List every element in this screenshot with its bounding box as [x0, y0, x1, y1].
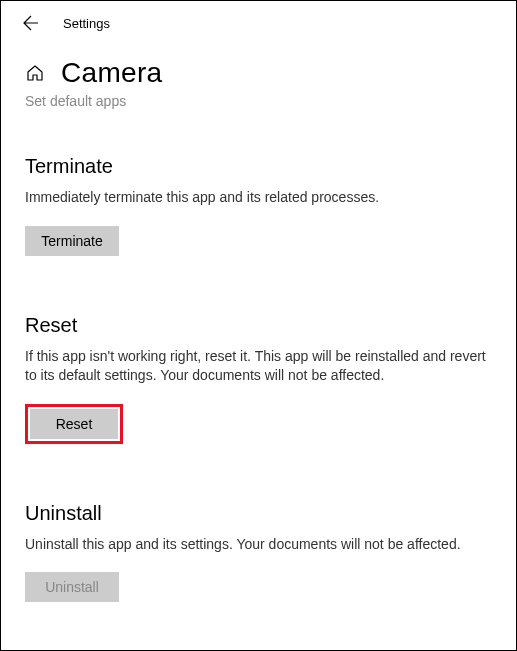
- reset-heading: Reset: [25, 314, 492, 337]
- terminate-section: Terminate Immediately terminate this app…: [25, 155, 492, 256]
- page-subtitle: Set default apps: [25, 93, 492, 109]
- header-title: Settings: [63, 16, 110, 31]
- home-icon: [25, 63, 45, 83]
- arrow-left-icon: [23, 15, 39, 31]
- reset-section: Reset If this app isn't working right, r…: [25, 314, 492, 444]
- terminate-heading: Terminate: [25, 155, 492, 178]
- reset-highlight-box: Reset: [25, 404, 123, 444]
- terminate-desc: Immediately terminate this app and its r…: [25, 188, 492, 208]
- page-title-row: Camera: [25, 57, 492, 89]
- main-content: Camera Set default apps Terminate Immedi…: [1, 39, 516, 602]
- uninstall-button: Uninstall: [25, 572, 119, 602]
- back-button[interactable]: [23, 15, 39, 31]
- uninstall-desc: Uninstall this app and its settings. You…: [25, 535, 492, 555]
- header-bar: Settings: [1, 1, 516, 39]
- terminate-button[interactable]: Terminate: [25, 226, 119, 256]
- reset-button[interactable]: Reset: [30, 409, 118, 439]
- uninstall-heading: Uninstall: [25, 502, 492, 525]
- uninstall-section: Uninstall Uninstall this app and its set…: [25, 502, 492, 603]
- page-title: Camera: [61, 57, 162, 89]
- reset-desc: If this app isn't working right, reset i…: [25, 347, 492, 386]
